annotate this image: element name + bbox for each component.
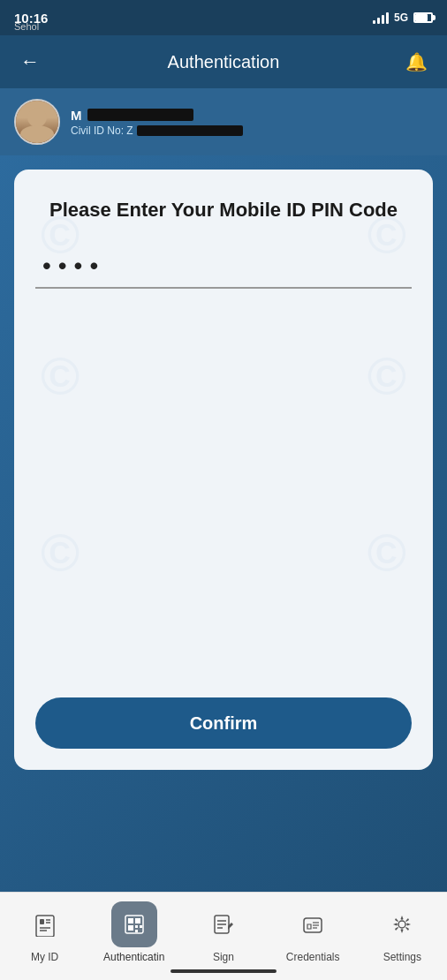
page-title: Authentication [168,52,280,72]
pin-dots: •••• [35,252,412,280]
nav-icon-box-credentials [290,901,336,947]
svg-rect-12 [135,930,138,932]
battery-icon [413,12,433,23]
card-watermark-5: © [41,523,80,584]
signal-bar-4 [386,12,389,24]
nav-icon-box-settings [379,901,425,947]
nav-label-authentication: Authenticatin [103,951,164,963]
nav-item-credentials[interactable]: Credentials [282,901,344,963]
battery-fill [415,14,428,21]
bell-button[interactable]: 🔔 [401,46,433,78]
user-profile: M Civil ID No: Z [0,88,447,155]
nav-icon-box-my-id [22,901,68,947]
card-watermark-6: © [367,523,406,584]
credentials-icon [300,912,325,937]
svg-rect-1 [40,919,44,924]
nav-label-credentials: Credentials [286,951,340,963]
signal-bars-icon [373,11,389,24]
svg-rect-8 [135,918,140,923]
nav-item-authentication[interactable]: Authenticatin [103,901,165,963]
nav-icon-box-sign [201,901,246,947]
status-right: 5G [373,11,433,24]
id-redacted [137,125,243,136]
svg-rect-10 [135,925,138,928]
authentication-icon [122,912,147,937]
user-name: M [71,108,433,123]
nav-label-my-id: My ID [31,951,58,963]
sign-icon [211,912,236,937]
svg-rect-11 [140,925,142,928]
pin-input-area[interactable]: •••• [35,252,412,289]
confirm-button[interactable]: Confirm [35,697,412,749]
main-card: © © © © © © Please Enter Your Mobile ID … [14,170,433,770]
status-bar: 10:16 5G [0,0,447,35]
nav-label-settings: Settings [383,951,421,963]
avatar-image [16,101,58,143]
svg-rect-0 [36,916,54,937]
home-indicator [170,969,277,973]
name-redacted [87,109,193,121]
nav-item-sign[interactable]: Sign [193,901,254,963]
signal-bar-1 [373,20,375,24]
app-header: ← Authentication 🔔 [0,35,447,88]
settings-icon [390,912,414,937]
signal-bar-3 [382,15,384,24]
avatar [14,99,60,145]
user-info: M Civil ID No: Z [71,108,433,137]
nav-label-sign: Sign [213,951,234,963]
carrier-label: Sehol [14,21,39,32]
nav-item-settings[interactable]: Settings [371,901,433,963]
nav-icon-box-authentication [111,901,157,947]
signal-bar-2 [377,18,380,24]
signal-5g-label: 5G [394,11,408,24]
card-watermark-4: © [367,346,406,407]
svg-point-20 [398,921,405,928]
nav-item-my-id[interactable]: My ID [14,901,76,963]
background-area: © © © © © © © © Please Enter Your Mobile… [0,155,447,980]
svg-rect-7 [128,918,133,923]
user-id-row: Civil ID No: Z [71,124,433,137]
my-id-icon [33,912,57,937]
svg-rect-9 [128,925,133,931]
card-watermark-3: © [41,346,80,407]
back-button[interactable]: ← [14,46,46,78]
card-title: Please Enter Your Mobile ID PIN Code [49,198,398,223]
bottom-nav: My ID Authenticatin [0,892,447,980]
